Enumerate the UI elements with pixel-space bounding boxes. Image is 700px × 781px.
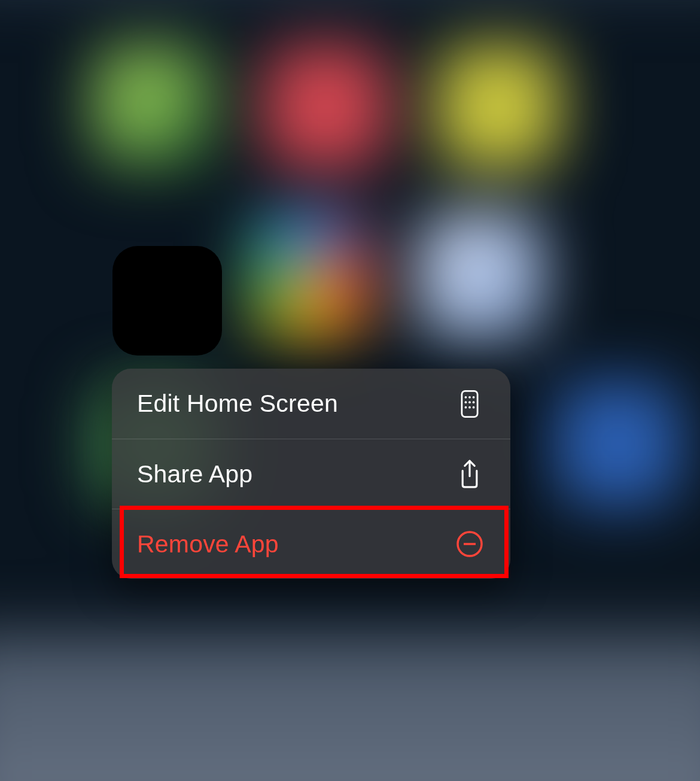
share-icon: [455, 460, 484, 488]
svg-point-2: [468, 396, 471, 398]
menu-item-label: Edit Home Screen: [137, 390, 338, 418]
svg-point-1: [465, 396, 467, 398]
app-context-menu: Edit Home Screen Share App: [112, 369, 510, 579]
svg-point-7: [465, 406, 467, 408]
svg-rect-0: [462, 391, 477, 417]
remove-icon: [455, 530, 484, 558]
svg-point-4: [465, 401, 467, 403]
svg-point-5: [468, 401, 471, 403]
svg-point-3: [473, 396, 475, 398]
phone-grid-icon: [455, 390, 484, 418]
svg-point-8: [468, 406, 471, 408]
menu-item-share-app[interactable]: Share App: [112, 439, 510, 509]
svg-point-6: [473, 401, 475, 403]
selected-app-icon[interactable]: [112, 246, 222, 355]
menu-item-label: Remove App: [137, 530, 279, 558]
svg-point-9: [473, 406, 475, 408]
menu-item-edit-home-screen[interactable]: Edit Home Screen: [112, 369, 510, 439]
menu-item-remove-app[interactable]: Remove App: [112, 509, 510, 579]
menu-item-label: Share App: [137, 460, 252, 488]
